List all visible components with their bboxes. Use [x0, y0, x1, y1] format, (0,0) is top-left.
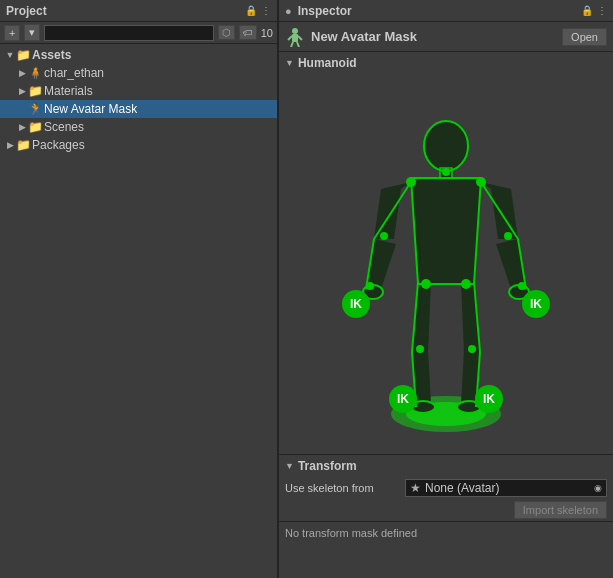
asset-name-label: New Avatar Mask [311, 29, 562, 44]
humanoid-arrow-icon: ▼ [285, 58, 294, 68]
tree-item-new-avatar-mask[interactable]: 🏃 New Avatar Mask [0, 100, 277, 118]
svg-point-24 [421, 279, 431, 289]
expand-icon [16, 103, 28, 115]
tree-item-scenes[interactable]: ▶ 📁 Scenes [0, 118, 277, 136]
asset-header: New Avatar Mask Open [279, 22, 613, 52]
inspector-panel-title: Inspector [298, 4, 581, 18]
status-bar: No transform mask defined [279, 521, 613, 543]
star-icon: ★ [410, 481, 421, 495]
dropdown-arrow-icon: ◉ [594, 483, 602, 493]
materials-label: Materials [44, 84, 93, 98]
more-icon[interactable]: ⋮ [261, 5, 271, 16]
project-header-icons: 🔒 ⋮ [245, 5, 271, 16]
folder-icon: 📁 [16, 49, 30, 61]
assets-label: Assets [32, 48, 71, 62]
expand-icon: ▶ [4, 139, 16, 151]
tree-item-packages[interactable]: ▶ 📁 Packages [0, 136, 277, 154]
svg-point-28 [442, 168, 450, 176]
open-button[interactable]: Open [562, 28, 607, 46]
avatar-mask-asset-icon [285, 27, 305, 47]
more-icon[interactable]: ⋮ [597, 5, 607, 16]
lock-icon[interactable]: 🔒 [245, 5, 257, 16]
status-text: No transform mask defined [285, 527, 417, 539]
tree-item-assets[interactable]: ▼ 📁 Assets [0, 46, 277, 64]
svg-point-27 [468, 345, 476, 353]
svg-text:IK: IK [350, 297, 362, 311]
skeleton-dropdown[interactable]: ★ None (Avatar) ◉ [405, 479, 607, 497]
import-skeleton-row: Import skeleton [279, 499, 613, 521]
project-panel: Project 🔒 ⋮ + ▾ ⬡ 🏷 10 ▼ 📁 Assets ▶ [0, 0, 278, 578]
svg-rect-1 [292, 34, 298, 42]
transform-arrow-icon: ▼ [285, 461, 294, 471]
expand-icon: ▼ [4, 49, 16, 61]
lock-icon[interactable]: 🔒 [581, 5, 593, 16]
humanoid-section-header[interactable]: ▼ Humanoid [279, 52, 613, 74]
svg-point-25 [461, 279, 471, 289]
svg-point-26 [416, 345, 424, 353]
svg-point-21 [476, 177, 486, 187]
avatar-figure[interactable]: IK IK IK IK [316, 84, 576, 444]
inspector-content: ▼ Humanoid [279, 52, 613, 578]
transform-section-header[interactable]: ▼ Transform [279, 455, 613, 477]
svg-line-3 [298, 36, 302, 40]
project-panel-title: Project [6, 4, 245, 18]
avatar-mask-label: New Avatar Mask [44, 102, 137, 116]
scenes-label: Scenes [44, 120, 84, 134]
inspector-panel-header: ● Inspector 🔒 ⋮ [279, 0, 613, 22]
folder-icon: 📁 [16, 139, 30, 151]
tree-item-char-ethan[interactable]: ▶ 🧍 char_ethan [0, 64, 277, 82]
svg-line-4 [291, 42, 293, 47]
search-input[interactable] [44, 25, 213, 41]
inspector-header-icons: 🔒 ⋮ [581, 5, 607, 16]
folder-icon: 📁 [28, 121, 42, 133]
add-button[interactable]: + [4, 25, 20, 41]
project-tree: ▼ 📁 Assets ▶ 🧍 char_ethan ▶ 📁 Materials … [0, 44, 277, 578]
tree-item-materials[interactable]: ▶ 📁 Materials [0, 82, 277, 100]
counter-badge: 10 [261, 27, 273, 39]
expand-icon: ▶ [16, 85, 28, 97]
svg-point-30 [518, 282, 526, 290]
import-skeleton-button[interactable]: Import skeleton [514, 501, 607, 519]
transform-section: ▼ Transform Use skeleton from ★ None (Av… [279, 454, 613, 543]
folder-icon: 📁 [28, 85, 42, 97]
char-ethan-label: char_ethan [44, 66, 104, 80]
filter-by-label-button[interactable]: 🏷 [239, 25, 257, 40]
svg-point-20 [406, 177, 416, 187]
prefab-icon: 🧍 [28, 67, 42, 79]
expand-icon: ▶ [16, 67, 28, 79]
inspector-dot-icon: ● [285, 5, 292, 17]
skeleton-value: None (Avatar) [425, 481, 594, 495]
packages-label: Packages [32, 138, 85, 152]
svg-line-5 [297, 42, 299, 47]
avatar-mask-icon: 🏃 [28, 103, 42, 115]
svg-text:IK: IK [483, 392, 495, 406]
humanoid-section-title: Humanoid [298, 56, 357, 70]
skeleton-value-field[interactable]: ★ None (Avatar) ◉ [405, 479, 607, 497]
svg-point-22 [380, 232, 388, 240]
svg-point-23 [504, 232, 512, 240]
use-skeleton-row: Use skeleton from ★ None (Avatar) ◉ [279, 477, 613, 499]
humanoid-area: IK IK IK IK [279, 74, 613, 454]
inspector-panel: ● Inspector 🔒 ⋮ New Avatar Mask Open [279, 0, 613, 578]
svg-point-29 [366, 282, 374, 290]
use-skeleton-label: Use skeleton from [285, 482, 405, 494]
transform-section-title: Transform [298, 459, 357, 473]
svg-point-0 [292, 28, 298, 34]
svg-text:IK: IK [530, 297, 542, 311]
svg-line-2 [288, 36, 292, 40]
svg-text:IK: IK [397, 392, 409, 406]
expand-icon: ▶ [16, 121, 28, 133]
filter-by-type-button[interactable]: ⬡ [218, 25, 235, 40]
project-toolbar: + ▾ ⬡ 🏷 10 [0, 22, 277, 44]
dropdown-button[interactable]: ▾ [24, 24, 40, 41]
project-panel-header: Project 🔒 ⋮ [0, 0, 277, 22]
